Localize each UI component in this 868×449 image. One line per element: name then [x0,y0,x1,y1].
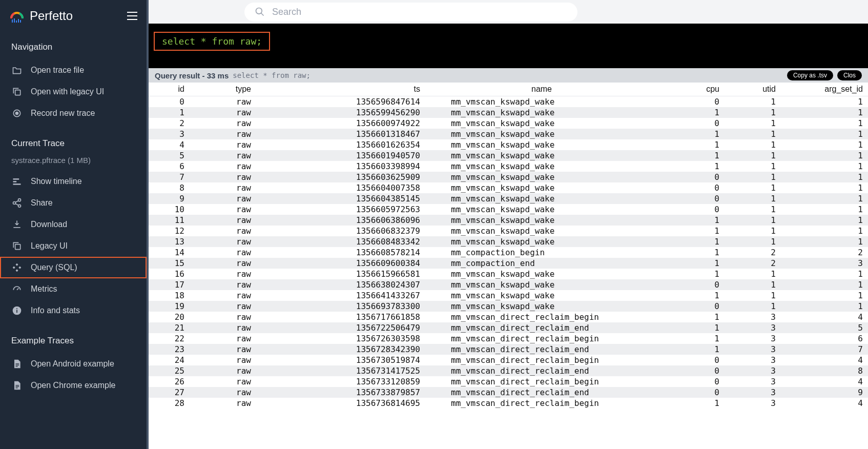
sidebar-item-open-chrome-example[interactable]: Open Chrome example [0,375,147,396]
brand-logo-icon [9,8,25,24]
section-title: Example Traces [0,331,147,353]
table-row[interactable]: 4raw1356601626354mm_vmscan_kswapd_wake11… [149,139,868,150]
col-header-cpu[interactable]: cpu [658,83,725,96]
info-icon [11,305,23,316]
table-row[interactable]: 5raw1356601940570mm_vmscan_kswapd_wake11… [149,150,868,161]
table-row[interactable]: 20raw1356717661858mm_vmscan_direct_recla… [149,312,868,322]
table-row[interactable]: 3raw1356601318467mm_vmscan_kswapd_wake11… [149,129,868,139]
table-row[interactable]: 16raw1356615966581mm_vmscan_kswapd_wake1… [149,269,868,279]
cell-id: 21 [149,322,190,333]
table-row[interactable]: 8raw1356604007358mm_vmscan_kswapd_wake01… [149,182,868,193]
col-header-ts[interactable]: ts [256,83,425,96]
table-row[interactable]: 22raw1356726303598mm_vmscan_direct_recla… [149,333,868,344]
col-header-id[interactable]: id [149,83,190,96]
timeline-icon [11,176,23,187]
menu-toggle-icon[interactable] [127,12,137,20]
table-row[interactable]: 21raw1356722506479mm_vmscan_direct_recla… [149,322,868,333]
cell-ts: 1356722506479 [256,322,425,333]
table-row[interactable]: 24raw1356730519874mm_vmscan_direct_recla… [149,355,868,365]
table-row[interactable]: 12raw1356606832379mm_vmscan_kswapd_wake1… [149,226,868,236]
sidebar-item-record-new-trace[interactable]: Record new trace [0,103,147,124]
table-row[interactable]: 0raw1356596847614mm_vmscan_kswapd_wake01… [149,96,868,108]
sidebar-item-open-android-example[interactable]: Open Android example [0,353,147,375]
col-header-type[interactable]: type [190,83,256,96]
table-row[interactable]: 28raw1356736814695mm_vmscan_direct_recla… [149,398,868,409]
file-icon [11,358,23,370]
cell-arg_set_id: 1 [781,107,868,118]
table-row[interactable]: 25raw1356731417525mm_vmscan_direct_recla… [149,365,868,376]
cell-ts: 1356693783300 [256,301,425,312]
table-row[interactable]: 15raw1356609600384mm_compaction_end123 [149,258,868,269]
cell-ts: 1356608483342 [256,236,425,247]
cell-name: mm_vmscan_direct_reclaim_end [425,387,658,398]
table-row[interactable]: 17raw1356638024307mm_vmscan_kswapd_wake0… [149,279,868,290]
speed-icon [11,283,23,295]
cell-utid: 1 [725,215,781,226]
sidebar-item-share[interactable]: Share [0,192,147,214]
cell-utid: 1 [725,107,781,118]
result-header: Query result - 33 ms select * from raw; … [149,68,868,83]
table-row[interactable]: 23raw1356728342390mm_vmscan_direct_recla… [149,344,868,355]
cell-utid: 3 [725,344,781,355]
sidebar-item-open-with-legacy-ui[interactable]: Open with legacy UI [0,81,147,103]
sidebar-item-label: Query (SQL) [31,263,77,272]
search-input[interactable]: Search [244,3,577,22]
table-row[interactable]: 10raw1356605972563mm_vmscan_kswapd_wake0… [149,204,868,215]
cell-arg_set_id: 1 [781,301,868,312]
cell-ts: 1356603398994 [256,161,425,172]
close-button[interactable]: Clos [837,70,862,80]
cell-utid: 3 [725,312,781,322]
cell-arg_set_id: 1 [781,215,868,226]
cell-id: 4 [149,139,190,150]
cell-name: mm_vmscan_kswapd_wake [425,161,658,172]
table-row[interactable]: 13raw1356608483342mm_vmscan_kswapd_wake1… [149,236,868,247]
table-row[interactable]: 11raw1356606386096mm_vmscan_kswapd_wake1… [149,215,868,226]
cell-name: mm_vmscan_kswapd_wake [425,290,658,301]
cell-arg_set_id: 4 [781,312,868,322]
table-row[interactable]: 1raw1356599456290mm_vmscan_kswapd_wake11… [149,107,868,118]
table-row[interactable]: 6raw1356603398994mm_vmscan_kswapd_wake11… [149,161,868,172]
cell-name: mm_vmscan_kswapd_wake [425,279,658,290]
svg-line-29 [261,13,264,16]
sidebar-item-open-trace-file[interactable]: Open trace file [0,59,147,81]
cell-cpu: 1 [658,333,725,344]
table-row[interactable]: 18raw1356641433267mm_vmscan_kswapd_wake1… [149,290,868,301]
sidebar-item-show-timeline[interactable]: Show timeline [0,171,147,192]
nav-section-current-trace: Current Trace systrace.pftrace (1 MB) Sh… [0,128,147,325]
svg-rect-27 [16,387,18,388]
table-row[interactable]: 27raw1356733879857mm_vmscan_direct_recla… [149,387,868,398]
sql-editor[interactable]: select * from raw; [149,24,868,68]
table-row[interactable]: 26raw1356733120859mm_vmscan_direct_recla… [149,376,868,387]
cell-type: raw [190,236,256,247]
main-content: Search select * from raw; Query result -… [149,0,868,449]
cell-arg_set_id: 4 [781,376,868,387]
cell-type: raw [190,107,256,118]
cell-utid: 1 [725,269,781,279]
col-header-arg-set-id[interactable]: arg_set_id [781,83,868,96]
svg-point-13 [18,205,21,207]
sidebar-item-query-sql-[interactable]: Query (SQL) [0,257,147,278]
table-row[interactable]: 7raw1356603625909mm_vmscan_kswapd_wake01… [149,172,868,182]
cell-cpu: 1 [658,139,725,150]
col-header-utid[interactable]: utid [725,83,781,96]
table-row[interactable]: 2raw1356600974922mm_vmscan_kswapd_wake01… [149,118,868,129]
sidebar-item-download[interactable]: Download [0,214,147,235]
cell-type: raw [190,215,256,226]
sidebar-item-info-and-stats[interactable]: Info and stats [0,300,147,321]
sidebar-item-legacy-ui[interactable]: Legacy UI [0,235,147,257]
result-table-container[interactable]: id type ts name cpu utid arg_set_id 0raw… [149,83,868,449]
copy-tsv-button[interactable]: Copy as .tsv [787,70,833,80]
table-row[interactable]: 14raw1356608578214mm_compaction_begin122 [149,247,868,258]
col-header-name[interactable]: name [425,83,658,96]
cell-utid: 1 [725,161,781,172]
sidebar-item-metrics[interactable]: Metrics [0,278,147,300]
table-row[interactable]: 9raw1356604385145mm_vmscan_kswapd_wake01… [149,193,868,204]
cell-utid: 3 [725,398,781,409]
cell-type: raw [190,172,256,182]
cell-cpu: 1 [658,312,725,322]
cell-type: raw [190,150,256,161]
brand[interactable]: Perfetto [9,8,73,24]
cell-arg_set_id: 8 [781,365,868,376]
table-row[interactable]: 19raw1356693783300mm_vmscan_kswapd_wake0… [149,301,868,312]
query-icon [11,262,23,273]
